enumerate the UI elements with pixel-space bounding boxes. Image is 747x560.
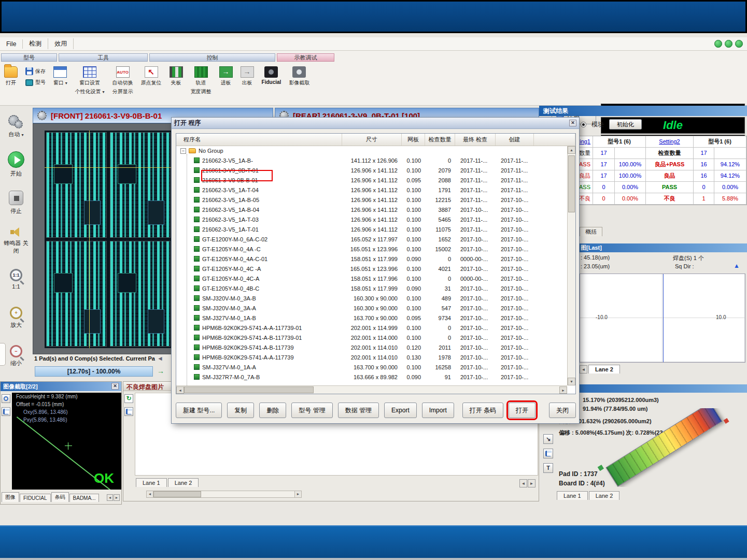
captured-image[interactable]: FocusHeight = 9.382 (mm)Offset = -0.015 …	[12, 393, 121, 490]
window-button-1[interactable]	[714, 40, 722, 48]
rotate-view-button[interactable]: ↘	[543, 434, 553, 444]
dialog-button[interactable]: 数据 管理	[338, 403, 379, 418]
scrollbar-thumb[interactable]	[153, 491, 201, 497]
scroll-left-icon[interactable]: ◄	[147, 491, 153, 497]
clamp-button[interactable]: 夹板	[170, 64, 183, 87]
panel-collapse-handle[interactable]	[0, 343, 6, 366]
menu-inspect[interactable]: 检测	[23, 38, 48, 49]
lane-tab[interactable]: Lane 1	[136, 478, 167, 487]
column-size[interactable]: 尺寸	[342, 134, 402, 146]
gear-icon[interactable]	[37, 111, 47, 120]
scrollbar-thumb[interactable]	[568, 155, 575, 212]
lane-tab[interactable]: Lane 2	[168, 478, 199, 487]
program-row[interactable]: SM-J320V-M-0_3A-A 160.300 x 90.000 0.100…	[176, 303, 567, 313]
program-row[interactable]: 216062-3-V5_1A-T-04 126.906 x 141.112 0.…	[176, 185, 567, 195]
program-row[interactable]: 216061-3-V9-0B-B-01 126.906 x 141.112 0.…	[176, 175, 567, 185]
capture-tab[interactable]: 条码	[51, 492, 69, 502]
horizontal-scrollbar[interactable]: ◄ ►	[176, 385, 567, 394]
column-name[interactable]: 程序名	[176, 134, 342, 146]
setting2-link[interactable]: Setting2	[646, 136, 694, 148]
scrollbar-thumb[interactable]	[184, 386, 314, 393]
program-row[interactable]: 216062-3-V5_1A-T-01 126.906 x 141.112 0.…	[176, 224, 567, 234]
model-button[interactable]: 型号	[25, 79, 46, 86]
dialog-button[interactable]: 删除	[259, 403, 286, 418]
scroll-down-icon[interactable]: ▼	[568, 378, 575, 385]
auto-switch-button[interactable]: 自动切换 分屏显示	[112, 64, 133, 95]
program-row[interactable]: 216062-3-V5_1A-T-03 126.906 x 141.112 0.…	[176, 214, 567, 224]
profile-graph[interactable]: -10.0 10.0	[580, 274, 745, 363]
pcb-image[interactable]	[45, 131, 172, 348]
scroll-right-icon[interactable]: ►	[294, 491, 301, 497]
text-toggle-button[interactable]: T	[543, 463, 553, 473]
capture-tab[interactable]: BADMA...	[69, 494, 100, 502]
program-row[interactable]: GT-E1205Y-M-0_4C-A 158.051 x 117.996 0.1…	[176, 274, 567, 283]
save-capture-button[interactable]	[2, 407, 10, 416]
tree-collapse-icon[interactable]: −	[180, 148, 186, 154]
dialog-button[interactable]: 新建 型号...	[176, 403, 222, 418]
vertical-scrollbar[interactable]: ▲ ▼	[567, 146, 575, 385]
program-row[interactable]: GT-E1205Y-M-0_4B-C 158.051 x 117.999 0.0…	[176, 283, 567, 293]
dialog-button[interactable]: 打开 条码	[462, 403, 503, 418]
zoom-in-button[interactable]: ＋ 放大	[0, 298, 32, 337]
program-row[interactable]: HPM6B-92K0K29-5741-A-B-117739-01 202.001…	[176, 333, 567, 342]
dialog-titlebar[interactable]: 打开 程序 ✕	[172, 118, 579, 129]
dialog-button[interactable]: 关闭	[549, 403, 576, 418]
tab-scroll-right-icon[interactable]: ►	[114, 494, 120, 501]
column-stencil[interactable]: 网板	[402, 134, 425, 146]
capture-tab[interactable]: FIDUCIAL	[20, 494, 51, 502]
dialog-button[interactable]: Import	[422, 403, 454, 418]
program-row[interactable]: SM-J327V-M-0_1A-A 163.700 x 90.000 0.100…	[176, 362, 567, 372]
refresh-icon[interactable]: ↻	[124, 394, 133, 403]
column-inspect-count[interactable]: 检查数量	[425, 134, 455, 146]
program-row[interactable]: SM-J320V-M-0_3A-B 160.300 x 90.000 0.100…	[176, 293, 567, 303]
program-row[interactable]: 216062-3-V5_1A-B-05 126.906 x 141.112 0.…	[176, 195, 567, 205]
program-row[interactable]: HPM6B-92K0K29-5741-A-A-117739-01 202.001…	[176, 323, 567, 333]
program-row[interactable]: HPM6B-92K0K29-5741-A-A-117739 202.001 x …	[176, 352, 567, 362]
lane-tab[interactable]: Lane 2	[589, 491, 620, 500]
tab-scroll-left-icon[interactable]: ◄	[580, 365, 587, 374]
module-radio[interactable]	[581, 122, 586, 127]
program-row[interactable]: 216061-3-V9_0B-T-01 126.906 x 141.112 0.…	[176, 165, 567, 175]
window-button-2[interactable]	[725, 40, 732, 48]
zoom-1to1-button[interactable]: 1:1 1:1	[0, 260, 32, 298]
tab-scroll-left-icon[interactable]: ◄	[519, 479, 527, 487]
program-row[interactable]: SM-J327R7-M-0_7A-B 163.666 x 89.982 0.09…	[176, 372, 567, 382]
scroll-right-icon[interactable]: ►	[559, 386, 567, 394]
dialog-button[interactable]: 型号 管理	[291, 403, 332, 418]
window-settings-button[interactable]: 窗口设置 个性化设置 ▾	[75, 64, 105, 95]
program-row[interactable]: GT-E1205Y-M-0_4C -A 165.051 x 123.996 0.…	[176, 264, 567, 274]
program-row[interactable]: GT-E1205Y-M-0_4A -C 165.051 x 123.996 0.…	[176, 244, 567, 254]
board-in-button[interactable]: 进板	[219, 64, 233, 87]
save-view-button[interactable]	[543, 449, 553, 458]
left-arrow-icon[interactable]: ◄	[157, 355, 163, 362]
close-icon[interactable]: ✕	[111, 383, 119, 390]
magnifier-tool-button[interactable]	[2, 394, 10, 403]
fiducial-button[interactable]: Fiducial	[262, 64, 281, 85]
program-row[interactable]: HPM6B-92K0K29-5741-A-B-117739 202.001 x …	[176, 342, 567, 352]
initialize-button[interactable]: 初始化	[609, 119, 642, 130]
window-button[interactable]: 窗口 ▾	[53, 64, 67, 87]
dialog-button[interactable]: 打开	[509, 403, 535, 418]
program-row[interactable]: 216062-3-V5_1A-B-04 126.906 x 141.112 0.…	[176, 205, 567, 214]
rail-width-button[interactable]: 轨道 宽度调整	[191, 64, 212, 95]
column-created[interactable]: 创建	[496, 134, 534, 146]
stop-button[interactable]: 停止	[0, 183, 32, 222]
capture-tab[interactable]: 图像	[2, 492, 19, 502]
scroll-left-icon[interactable]: ◄	[176, 386, 184, 394]
origin-reset-button[interactable]: 原点复位	[141, 64, 162, 87]
column-last-inspect[interactable]: 最终 检查	[455, 134, 496, 146]
lane-tab[interactable]: Lane 1	[557, 491, 588, 500]
scroll-up-icon[interactable]: ▲	[568, 146, 575, 154]
tab-scroll-left-icon[interactable]: ◄	[107, 494, 113, 501]
save-button[interactable]: 保存	[25, 67, 46, 75]
program-row[interactable]: 216062-3-V5_1A-B- 141.112 x 126.906 0.10…	[176, 155, 567, 165]
dialog-button[interactable]: 复制	[227, 403, 254, 418]
program-row[interactable]: GT-E1205Y-M-0_4A-C-01 158.051 x 117.999 …	[176, 254, 567, 264]
group-row[interactable]: − No Group	[176, 146, 567, 155]
auto-mode-button[interactable]: 自动 ▾	[0, 107, 32, 145]
menu-utility[interactable]: 效用	[48, 38, 74, 49]
window-button-3[interactable]	[735, 40, 743, 48]
pad-3d-view[interactable]	[584, 408, 743, 487]
start-button[interactable]: 开始	[0, 145, 32, 183]
buzzer-toggle[interactable]: 蜂鸣器 关闭	[0, 222, 32, 260]
